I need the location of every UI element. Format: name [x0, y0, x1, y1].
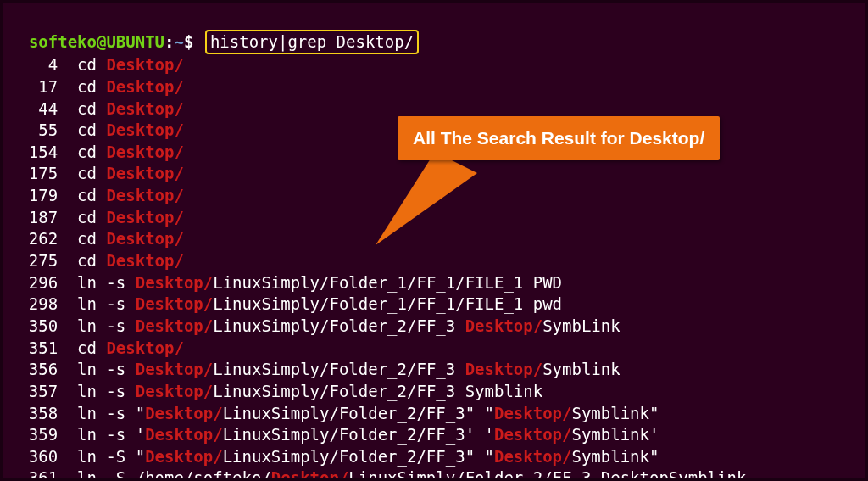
history-gap: [58, 316, 77, 338]
history-line: 262 cd Desktop/: [9, 228, 859, 250]
history-gap: [58, 467, 77, 481]
history-number: 17: [9, 76, 58, 98]
history-number: 350: [9, 316, 58, 338]
history-text: ln -s: [77, 360, 136, 378]
grep-match: Desktop/: [136, 273, 214, 292]
history-text: LinuxSimply/Folder_2/FF_3" ": [223, 404, 494, 422]
grep-match: Desktop/: [494, 425, 572, 444]
history-text: LinuxSimply/Folder_2/FF_3: [213, 360, 465, 378]
terminal-output[interactable]: 4 cd Desktop/17 cd Desktop/44 cd Desktop…: [9, 54, 859, 481]
history-text: Symblink": [571, 447, 659, 466]
history-number: 357: [9, 381, 58, 403]
grep-match: Desktop/: [494, 404, 572, 422]
history-gap: [58, 120, 77, 142]
history-number: 154: [9, 142, 58, 164]
history-line: 154 cd Desktop/: [9, 142, 859, 164]
history-number: 359: [9, 424, 58, 446]
history-line: 360 ln -S "Desktop/LinuxSimply/Folder_2/…: [9, 446, 859, 468]
history-line: 179 cd Desktop/: [9, 185, 859, 207]
history-text: cd: [77, 120, 106, 139]
history-line: 275 cd Desktop/: [9, 250, 859, 272]
grep-match: Desktop/: [106, 186, 184, 204]
history-gap: [58, 294, 77, 316]
prompt-at: @: [97, 32, 106, 51]
history-text: Symblink: [542, 360, 620, 378]
history-text: LinuxSimply/Folder_1/FF_1/FILE_1 pwd: [213, 294, 562, 313]
history-text: ln -S /home/softeko/: [77, 468, 271, 481]
grep-match: Desktop/: [136, 294, 214, 313]
history-gap: [58, 359, 77, 381]
history-text: cd: [77, 164, 106, 182]
prompt-user: softeko: [29, 32, 97, 51]
history-text: cd: [77, 208, 106, 227]
history-text: cd: [77, 143, 106, 161]
history-line: 298 ln -s Desktop/LinuxSimply/Folder_1/F…: [9, 294, 859, 316]
history-gap: [58, 185, 77, 207]
history-text: ln -s ': [77, 425, 145, 444]
history-text: ln -s: [77, 316, 136, 335]
history-text: cd: [77, 186, 106, 204]
grep-match: Desktop/: [271, 468, 349, 481]
history-text: LinuxSimply/Folder_2/FF_3: [213, 316, 465, 335]
history-text: Symblink': [571, 425, 659, 444]
history-number: 55: [9, 120, 58, 142]
grep-match: Desktop/: [106, 99, 184, 118]
grep-match: Desktop/: [106, 338, 184, 357]
history-text: LinuxSimply/Folder_1/FF_1/FILE_1 PWD: [213, 273, 562, 292]
history-text: cd: [77, 77, 106, 96]
history-gap: [58, 381, 77, 403]
grep-match: Desktop/: [106, 120, 184, 139]
history-number: 44: [9, 98, 58, 120]
terminal-prompt-line[interactable]: softeko@UBUNTU:~$ history|grep Desktop/: [9, 8, 859, 54]
history-gap: [58, 228, 77, 250]
grep-match: Desktop/: [465, 360, 543, 378]
history-number: 358: [9, 403, 58, 425]
history-gap: [58, 142, 77, 164]
history-text: cd: [77, 229, 106, 248]
grep-match: Desktop/: [106, 229, 184, 248]
history-text: LinuxSimply/Folder_2/FF_3' ': [223, 425, 494, 444]
grep-match: Desktop/: [494, 447, 572, 466]
grep-match: Desktop/: [145, 404, 223, 422]
history-text: ln -s: [77, 273, 136, 292]
history-text: cd: [77, 99, 106, 118]
grep-match: Desktop/: [145, 447, 223, 466]
history-number: 360: [9, 446, 58, 468]
grep-match: Desktop/: [106, 164, 184, 182]
history-line: 296 ln -s Desktop/LinuxSimply/Folder_1/F…: [9, 272, 859, 294]
history-line: 350 ln -s Desktop/LinuxSimply/Folder_2/F…: [9, 316, 859, 338]
history-line: 356 ln -s Desktop/LinuxSimply/Folder_2/F…: [9, 359, 859, 381]
history-line: 187 cd Desktop/: [9, 207, 859, 229]
grep-match: Desktop/: [465, 316, 543, 335]
grep-match: Desktop/: [106, 143, 184, 161]
history-number: 179: [9, 185, 58, 207]
history-number: 262: [9, 228, 58, 250]
command-highlight-box: history|grep Desktop/: [205, 30, 419, 55]
history-line: 351 cd Desktop/: [9, 338, 859, 360]
history-text: ln -s ": [77, 404, 145, 422]
history-number: 356: [9, 359, 58, 381]
history-number: 275: [9, 250, 58, 272]
history-number: 187: [9, 207, 58, 229]
history-text: LinuxSimply/Folder_2/FF_3" ": [223, 447, 494, 466]
history-gap: [58, 424, 77, 446]
history-gap: [58, 272, 77, 294]
history-number: 361: [9, 467, 58, 481]
grep-match: Desktop/: [106, 77, 184, 96]
history-number: 296: [9, 272, 58, 294]
prompt-path: ~: [175, 32, 184, 51]
history-line: 175 cd Desktop/: [9, 163, 859, 185]
history-text: cd: [77, 338, 106, 357]
history-text: Symblink": [571, 404, 659, 422]
history-line: 4 cd Desktop/: [9, 54, 859, 76]
history-gap: [58, 338, 77, 360]
history-text: cd: [77, 251, 106, 270]
history-text: ln -S ": [77, 447, 145, 466]
history-line: 361 ln -S /home/softeko/Desktop/LinuxSim…: [9, 467, 859, 481]
grep-match: Desktop/: [136, 382, 214, 400]
history-number: 298: [9, 294, 58, 316]
history-number: 4: [9, 54, 58, 76]
history-text: ln -s: [77, 294, 136, 313]
history-gap: [58, 250, 77, 272]
history-text: SymbLink: [542, 316, 620, 335]
